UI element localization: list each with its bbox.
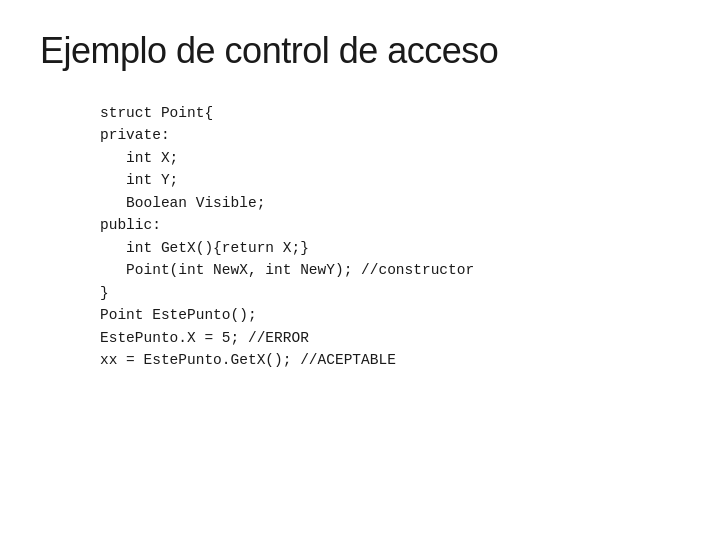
code-block: struct Point{ private: int X; int Y; Boo… (40, 102, 680, 372)
page-container: Ejemplo de control de acceso struct Poin… (0, 0, 720, 540)
page-title: Ejemplo de control de acceso (40, 30, 680, 72)
